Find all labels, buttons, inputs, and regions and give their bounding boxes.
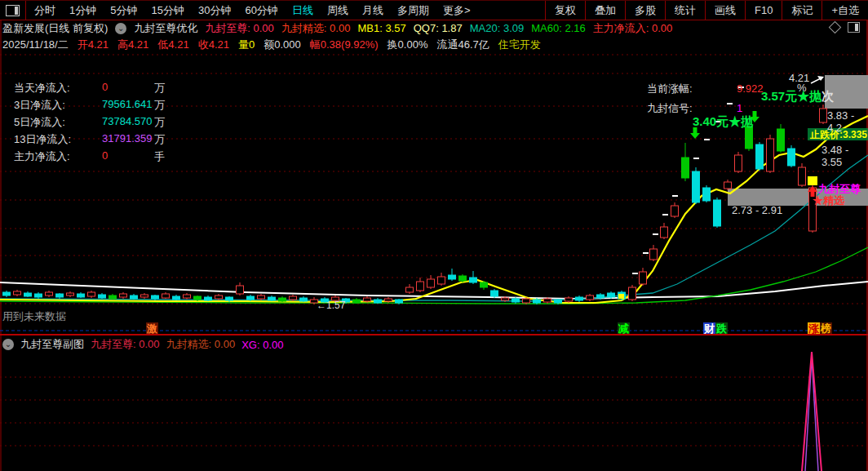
event-marker-cai[interactable]: 财 bbox=[703, 322, 715, 335]
flow-unit: 万 bbox=[154, 98, 165, 115]
sub-chart-canvas[interactable] bbox=[0, 335, 868, 471]
collapse-main-indicator-icon[interactable]: ⌄ bbox=[115, 23, 126, 34]
flow-value: 31791.359 bbox=[102, 132, 154, 149]
tool-add-watchlist[interactable]: +自选 bbox=[822, 1, 868, 20]
stock-title: 盈新发展(日线 前复权) bbox=[2, 22, 108, 34]
tool-adjust-rights[interactable]: 复权 bbox=[545, 1, 585, 20]
toolbar-divider bbox=[25, 1, 26, 20]
signal-value: 1 bbox=[737, 102, 742, 114]
high-value: 高4.21 bbox=[117, 38, 148, 51]
brand-signal-label: 九封至尊 bbox=[818, 183, 861, 195]
period-tab-minute[interactable]: 分时 bbox=[34, 4, 55, 16]
indicator-field: MA20: 3.09 bbox=[470, 22, 525, 34]
price-range-mid: 3.48 - 3.55 bbox=[822, 144, 868, 168]
trade-date: 2025/11/18/二 bbox=[2, 38, 69, 51]
flow-value: 79561.641 bbox=[102, 98, 154, 115]
collapse-subchart-icon[interactable]: ⌄ bbox=[2, 339, 14, 350]
event-marker-die[interactable]: 跌 bbox=[715, 322, 728, 335]
sell-signal-2: 3.57元★抛次 bbox=[761, 89, 834, 103]
subchart-name[interactable]: 九封至尊副图 bbox=[20, 337, 84, 352]
stop-price-label: 止跌价:3.335 bbox=[810, 129, 867, 140]
sell-signal-1: 3.40元★抛 bbox=[693, 114, 753, 128]
low-value: 低4.21 bbox=[157, 38, 188, 51]
flow-unit: 手 bbox=[154, 149, 165, 167]
flow-label: 当天净流入: bbox=[14, 81, 102, 98]
indicator-field: 主力净流入: 0.00 bbox=[593, 22, 673, 34]
brand-select-label: ★精选 bbox=[813, 194, 844, 207]
open-value: 开4.21 bbox=[78, 38, 108, 51]
period-tab-1min[interactable]: 1分钟 bbox=[69, 4, 96, 16]
subchart-field: XG: 0.00 bbox=[241, 339, 283, 351]
tool-multi-stock[interactable]: 多股 bbox=[625, 1, 665, 20]
signal-label: 九封信号: bbox=[647, 102, 693, 114]
gain-label: 当前涨幅: bbox=[647, 82, 693, 95]
tool-draw-line[interactable]: 画线 bbox=[705, 1, 745, 20]
float-shares: 流通46.7亿 bbox=[436, 38, 489, 51]
low-price-note: ←1.57 bbox=[317, 300, 345, 311]
diamond-icon[interactable] bbox=[829, 21, 842, 34]
price-range-low: 2.73 - 2.91 bbox=[732, 204, 782, 216]
split-panel-icon[interactable] bbox=[848, 22, 860, 33]
period-tab-multi[interactable]: 多周期 bbox=[397, 4, 429, 16]
flow-value: 0 bbox=[102, 81, 154, 98]
flow-row: 当天净流入: 0 万 bbox=[14, 81, 165, 98]
flow-row: 主力净流入: 0 手 bbox=[14, 149, 165, 167]
period-tab-monthly[interactable]: 月线 bbox=[362, 4, 383, 16]
event-marker-ji[interactable]: 激 bbox=[146, 322, 158, 335]
money-flow-panel: 当天净流入: 0 万 3日净流入: 79561.641 万 5日净流入: 737… bbox=[14, 81, 165, 167]
indicator-field: 九封精选: 0.00 bbox=[281, 22, 351, 34]
indicator-field: 九封至尊: 0.00 bbox=[205, 22, 274, 34]
tool-statistics[interactable]: 统计 bbox=[665, 1, 705, 20]
period-tab-daily[interactable]: 日线 bbox=[292, 4, 313, 16]
event-marker-jian[interactable]: 减 bbox=[618, 322, 630, 335]
indicator-header-row: 盈新发展(日线 前复权) ⌄ 九封至尊优化 九封至尊: 0.00 九封精选: 0… bbox=[2, 20, 868, 36]
tool-overlay[interactable]: 叠加 bbox=[585, 1, 625, 20]
subchart-header: ⌄ 九封至尊副图 九封至尊: 0.00 九封精选: 0.00 XG: 0.00 bbox=[2, 337, 290, 352]
period-tab-30min[interactable]: 30分钟 bbox=[198, 4, 231, 16]
period-tab-more[interactable]: 更多> bbox=[443, 4, 471, 16]
flow-label: 13日净流入: bbox=[14, 132, 102, 149]
flow-row: 13日净流入: 31791.359 万 bbox=[14, 132, 165, 149]
period-tab-60min[interactable]: 60分钟 bbox=[245, 4, 277, 16]
layout-panel-icon[interactable] bbox=[6, 5, 20, 16]
tool-f10[interactable]: F10 bbox=[745, 1, 782, 20]
period-tab-5min[interactable]: 5分钟 bbox=[110, 4, 137, 16]
indicator-field: MB1: 3.57 bbox=[357, 22, 405, 34]
flow-row: 3日净流入: 79561.641 万 bbox=[14, 98, 165, 115]
main-indicator-name[interactable]: 九封至尊优化 bbox=[134, 22, 197, 34]
subchart-field: 九封至尊: 0.00 bbox=[91, 337, 160, 352]
header-corner-icons bbox=[830, 22, 860, 33]
period-tab-15min[interactable]: 15分钟 bbox=[151, 4, 184, 16]
turnover-value: 换0.00% bbox=[388, 38, 428, 51]
sector-label[interactable]: 住宅开发 bbox=[498, 38, 541, 51]
period-toolbar: 分时 1分钟 5分钟 15分钟 30分钟 60分钟 日线 周线 月线 多周期 更… bbox=[0, 0, 868, 20]
flow-unit: 万 bbox=[154, 81, 165, 98]
flow-label: 主力净流入: bbox=[14, 149, 102, 167]
right-toolbar: 复权 叠加 多股 统计 画线 F10 标记 +自选 bbox=[545, 1, 868, 20]
event-marker-bang[interactable]: 榜 bbox=[820, 322, 832, 335]
flow-label: 5日净流入: bbox=[14, 115, 102, 132]
flow-unit: 万 bbox=[154, 132, 165, 149]
future-data-warning: 用到未来数据 bbox=[2, 310, 66, 322]
flow-label: 3日净流入: bbox=[14, 98, 102, 115]
flow-value: 0 bbox=[102, 149, 154, 167]
indicator-field: MA60: 2.16 bbox=[531, 22, 586, 34]
change-value: 幅0.38(9.92%) bbox=[310, 38, 379, 51]
period-tab-weekly[interactable]: 周线 bbox=[327, 4, 348, 16]
close-value: 收4.21 bbox=[198, 38, 229, 51]
indicator-field: QQ7: 1.87 bbox=[414, 22, 463, 34]
flow-unit: 万 bbox=[154, 115, 165, 132]
flow-row: 5日净流入: 73784.570 万 bbox=[14, 115, 165, 132]
subchart-field: 九封精选: 0.00 bbox=[166, 337, 236, 352]
flow-value: 73784.570 bbox=[102, 115, 154, 132]
event-marker-zhang[interactable]: 涨 bbox=[808, 322, 820, 335]
tdx-stock-app: { "topbar": { "periods": ["分时","1分钟","5分… bbox=[0, 0, 868, 471]
volume-value: 量0 bbox=[238, 38, 255, 51]
amount-value: 额0.000 bbox=[264, 38, 301, 51]
gain-value: 9.922 bbox=[737, 82, 764, 95]
ohlc-row: 2025/11/18/二 开4.21 高4.21 低4.21 收4.21 量0 … bbox=[2, 37, 868, 52]
tool-mark[interactable]: 标记 bbox=[782, 1, 822, 20]
